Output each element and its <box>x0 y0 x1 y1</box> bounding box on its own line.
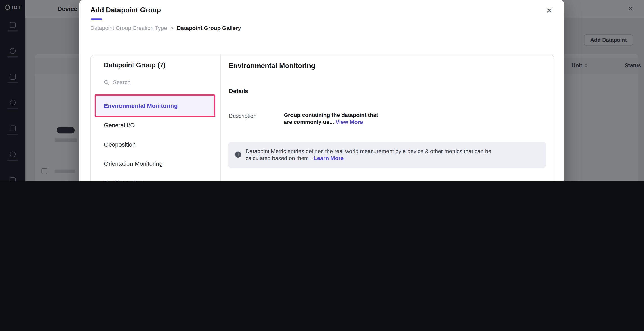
breadcrumb: Datapoint Group Creation Type > Datapoin… <box>90 25 241 31</box>
modal-close-icon[interactable]: ✕ <box>546 6 552 15</box>
group-detail-panel: Environmental Monitoring Details Descrip… <box>220 55 554 181</box>
add-datapoint-group-modal: Add Datapoint Group ✕ Datapoint Group Cr… <box>79 0 564 181</box>
breadcrumb-separator: > <box>170 25 174 31</box>
group-item-orientation-monitoring[interactable]: Orientation Monitoring <box>96 154 215 173</box>
search-icon <box>104 79 110 85</box>
group-item-environmental-monitoring[interactable]: Environmental Monitoring <box>96 96 215 115</box>
search-input[interactable] <box>113 79 187 85</box>
title-accent-underline <box>91 18 102 20</box>
group-list-title: Datapoint Group (7) <box>104 62 166 69</box>
breadcrumb-parent[interactable]: Datapoint Group Creation Type <box>90 25 167 31</box>
group-search[interactable] <box>104 79 187 85</box>
group-list-panel: Datapoint Group (7) Environmental Monito… <box>91 55 220 181</box>
group-item-health-monitoring[interactable]: Health Monitoring <box>96 173 215 181</box>
description-label: Description <box>229 113 256 119</box>
learn-more-link[interactable]: Learn More <box>314 155 344 161</box>
detail-title: Environmental Monitoring <box>229 62 315 70</box>
group-item-general-io[interactable]: General I/O <box>96 115 215 135</box>
view-more-link[interactable]: View More <box>336 119 363 125</box>
group-item-geoposition[interactable]: Geoposition <box>96 135 215 154</box>
breadcrumb-current: Datapoint Group Gallery <box>177 25 241 31</box>
info-icon: i <box>235 152 241 158</box>
info-text: Datapoint Metric entries defines the rea… <box>246 148 515 162</box>
description-value: Group containing the datapoint that are … <box>284 112 386 125</box>
info-banner: i Datapoint Metric entries defines the r… <box>228 142 546 168</box>
gallery-card: Datapoint Group (7) Environmental Monito… <box>90 55 555 181</box>
group-list: Environmental Monitoring General I/O Geo… <box>96 96 215 181</box>
details-heading: Details <box>229 88 248 94</box>
modal-title: Add Datapoint Group <box>90 6 161 14</box>
screen: IOT Device ✕ Add Datapoint Unit Status M… <box>0 0 644 181</box>
